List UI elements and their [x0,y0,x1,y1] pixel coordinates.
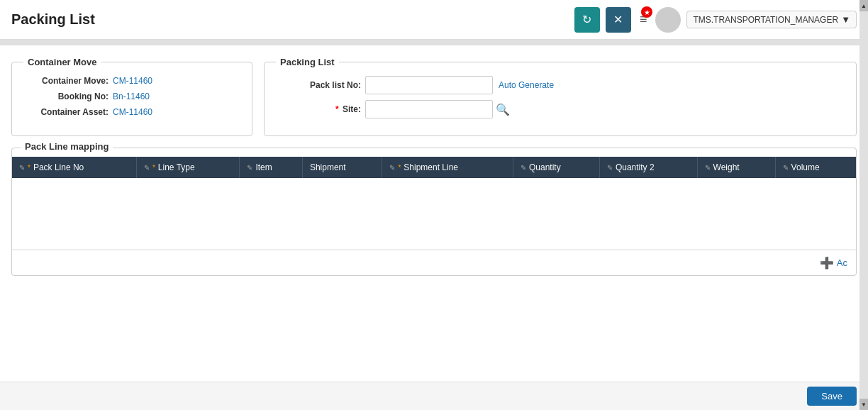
booking-no-row: Booking No: Bn-11460 [23,92,240,101]
menu-button[interactable]: ≡ ★ [637,9,650,30]
scroll-down-arrow[interactable]: ▼ [859,399,868,410]
container-asset-row: Container Asset: CM-11460 [23,107,240,117]
col-shipment: Shipment [302,157,382,178]
booking-no-value[interactable]: Bn-11460 [113,92,150,101]
main-content: Container Move Container Move: CM-11460 … [0,45,868,382]
packing-list-section: Packing List Pack list No: Auto Generate… [264,57,857,136]
close-button[interactable]: ✕ [606,7,631,33]
col-label: Quantity 2 [616,162,655,172]
pack-table-body [12,178,856,249]
col-line-type: ✎ * Line Type [136,157,240,178]
col-label: Shipment Line [404,162,458,172]
edit-icon: ✎ [783,164,789,172]
col-pack-line-no: ✎ * Pack Line No [12,157,136,178]
page-title: Packing List [11,11,95,28]
pack-table-wrapper: ✎ * Pack Line No ✎ * Line Type [12,157,856,250]
col-shipment-line: ✎ * Shipment Line [382,157,513,178]
col-label: Line Type [158,162,195,172]
refresh-button[interactable]: ↻ [574,7,600,33]
notification-badge: ★ [641,6,652,18]
empty-cell [12,178,856,249]
col-label: Quantity [529,162,561,172]
edit-icon: ✎ [705,164,711,172]
col-label: Weight [713,162,740,172]
container-move-row: Container Move: CM-11460 [23,76,240,86]
auto-generate-link[interactable]: Auto Generate [499,80,554,90]
col-quantity: ✎ Quantity [513,157,599,178]
pack-list-no-input[interactable] [365,76,493,94]
top-scrollbar[interactable] [0,40,868,45]
edit-icon: ✎ [144,164,150,172]
edit-icon: ✎ [389,164,395,172]
user-label: TMS.TRANSPORTATION_MANAGER [693,15,838,25]
packing-list-legend: Packing List [276,57,339,67]
empty-row [12,178,856,249]
save-button[interactable]: Save [807,387,857,406]
add-row-label: Ac [837,257,847,268]
col-label: Shipment [310,162,346,172]
header-actions: ↻ ✕ ≡ ★ TMS.TRANSPORTATION_MANAGER ▼ [574,7,857,33]
edit-icon: ✎ [607,164,613,172]
header: Packing List ↻ ✕ ≡ ★ TMS.TRANSPORTATION_… [0,0,868,40]
container-move-legend: Container Move [23,57,101,67]
req-star: * [398,164,401,172]
scroll-track [859,11,868,399]
right-scrollbar[interactable]: ▲ ▼ [859,0,868,410]
col-volume: ✎ Volume [775,157,856,178]
user-dropdown[interactable]: TMS.TRANSPORTATION_MANAGER ▼ [686,11,857,28]
col-weight: ✎ Weight [697,157,775,178]
scroll-up-arrow[interactable]: ▲ [859,0,868,11]
avatar [655,7,681,33]
pack-table: ✎ * Pack Line No ✎ * Line Type [12,157,856,250]
col-item: ✎ Item [240,157,302,178]
footer: Save [0,382,868,410]
booking-no-label: Booking No: [23,92,108,101]
pack-list-no-row: Pack list No: Auto Generate [276,76,845,94]
plus-icon: ➕ [820,256,834,270]
container-move-section: Container Move Container Move: CM-11460 … [11,57,252,136]
site-label: * Site: [276,104,361,114]
site-search-button[interactable]: 🔍 [496,103,510,116]
container-move-value[interactable]: CM-11460 [113,76,152,86]
pack-line-bottom: ➕ Ac [12,250,856,275]
col-label: Pack Line No [33,162,84,172]
pack-table-header: ✎ * Pack Line No ✎ * Line Type [12,157,856,178]
header-row: ✎ * Pack Line No ✎ * Line Type [12,157,856,178]
refresh-icon: ↻ [582,13,591,26]
search-icon: 🔍 [496,104,510,116]
col-quantity2: ✎ Quantity 2 [599,157,697,178]
pack-line-section: Pack Line mapping ✎ * Pack Line No [11,148,857,276]
required-star: * [335,104,339,114]
container-asset-label: Container Asset: [23,107,108,117]
pack-line-legend: Pack Line mapping [21,141,113,152]
edit-icon: ✎ [521,164,526,172]
chevron-down-icon: ▼ [841,14,850,25]
pack-list-no-label: Pack list No: [276,80,361,90]
edit-icon: ✎ [247,164,252,172]
container-move-label: Container Move: [23,76,108,86]
add-row-button[interactable]: ➕ Ac [820,256,847,270]
col-label: Volume [791,162,820,172]
close-icon: ✕ [613,13,623,26]
site-row: * Site: 🔍 [276,100,845,118]
fieldsets-row: Container Move Container Move: CM-11460 … [11,57,857,136]
site-input[interactable] [365,100,493,118]
req-star: * [28,164,30,172]
edit-icon: ✎ [19,164,25,172]
container-asset-value[interactable]: CM-11460 [113,107,152,117]
col-label: Item [255,162,272,172]
req-star: * [152,164,155,172]
